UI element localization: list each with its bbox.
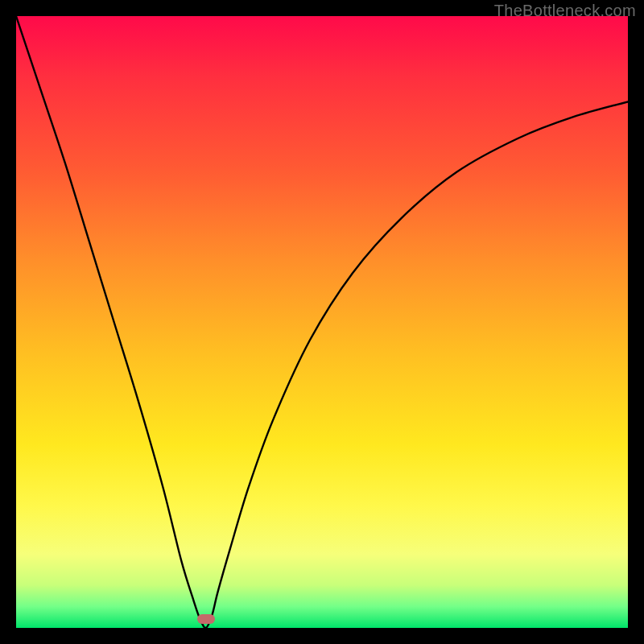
- curve-layer: [16, 16, 628, 628]
- chart-frame: TheBottleneck.com: [0, 0, 644, 644]
- bottleneck-curve: [16, 16, 628, 628]
- plot-area: [16, 16, 628, 628]
- optimum-marker: [197, 614, 215, 624]
